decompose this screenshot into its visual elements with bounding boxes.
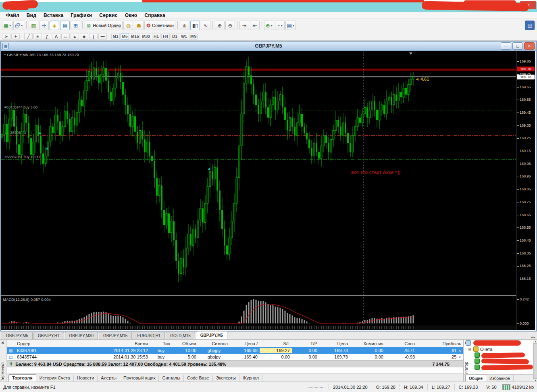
menu-item-5[interactable]: Окно — [121, 13, 141, 18]
navigator-scrollbar[interactable]: ▲▼ — [533, 340, 537, 382]
terminal-tab-6[interactable]: Code Base — [184, 375, 212, 382]
terminal-tab-7[interactable]: Эксперты — [213, 375, 239, 382]
price-chart[interactable]: #63435744 buy 5.00#63367081 sl#63367081 … — [1, 51, 516, 330]
zoom-in-button[interactable]: ⊕ — [215, 21, 225, 30]
templates-button[interactable]: ▤▾ — [285, 21, 296, 30]
timeframe-button-M5[interactable]: M5 — [121, 33, 129, 40]
navigator-accounts-node[interactable]: ⊟ Счета — [464, 346, 533, 352]
metaeditor-button[interactable]: ◍ — [123, 21, 133, 30]
autotrading-button[interactable]: ☗ — [134, 21, 144, 30]
triangle-tool-button[interactable]: ▲ — [71, 33, 79, 40]
channel-tool-button[interactable]: ≡ — [33, 33, 42, 40]
terminal-close-icon[interactable]: ✖ — [1, 341, 4, 345]
close-order-icon[interactable]: ✕ — [458, 349, 461, 353]
new-chart-button[interactable]: ▦▾ — [2, 21, 12, 30]
auto-scroll-button[interactable]: ⇥ — [239, 21, 249, 30]
navigator-root-item[interactable] — [464, 340, 533, 346]
candlestick-chart-button[interactable]: ▮▯ — [190, 21, 200, 30]
orders-header-9[interactable]: Цена — [319, 341, 350, 346]
terminal-button[interactable]: ▤ — [60, 21, 70, 30]
orders-header-12[interactable]: Прибыль — [417, 341, 463, 346]
table-row[interactable]: ▤634357442014.01.30 15:53buy5.00gbpjpy16… — [7, 354, 463, 360]
orders-header-7[interactable]: S/L — [260, 341, 292, 346]
chart-window-titlebar[interactable]: ▦ GBPJPY,M5 — ▢ ✕ — [1, 42, 536, 51]
navigator-account-item[interactable] — [464, 358, 533, 364]
orders-header-11[interactable]: Своп — [385, 341, 417, 346]
ellipse-tool-button[interactable]: ◆ — [80, 33, 88, 40]
timeframe-button-M15[interactable]: M15 — [130, 33, 140, 40]
crosshair-tool-button[interactable]: ＋ — [11, 33, 20, 40]
orders-header-5[interactable]: Символ — [198, 341, 230, 346]
navigator-account-item[interactable] — [464, 352, 533, 358]
line-chart-button[interactable]: ∿ — [201, 21, 210, 30]
cursor-tool-button[interactable]: ➤ — [2, 33, 10, 40]
terminal-tab-5[interactable]: Сигналы — [159, 375, 184, 382]
chart-tab-0[interactable]: GBPJPY,M5 — [2, 332, 33, 339]
navigator-tab-0[interactable]: Общие — [465, 375, 486, 382]
indicators-button[interactable]: ⊕▾ — [264, 21, 274, 30]
chart-tab-4[interactable]: EURUSD,H1 — [133, 332, 165, 339]
navigator-account-item[interactable] — [464, 364, 533, 370]
tab-scroll-arrows[interactable]: ◂ ▸ — [531, 335, 535, 339]
terminal-tab-1[interactable]: История Счета — [36, 375, 74, 382]
timeframe-button-MN[interactable]: MN — [189, 33, 198, 40]
orders-header-3[interactable]: Тип — [150, 341, 172, 346]
market-watch-button[interactable]: ▥ — [29, 21, 38, 30]
menu-item-2[interactable]: Вставка — [40, 13, 67, 18]
orders-header-2[interactable]: Время — [92, 341, 150, 346]
community-icon[interactable]: ▤ — [525, 21, 535, 30]
timeframe-button-H1[interactable]: H1 — [152, 33, 160, 40]
trendline-tool-button[interactable]: ╱ — [24, 33, 33, 40]
chart-tab-2[interactable]: GBPJPY,M30 — [65, 332, 98, 339]
tree-collapse-icon[interactable]: ⊟ — [468, 347, 472, 351]
hline-tool-button[interactable]: — — [98, 33, 107, 40]
timeframe-button-M30[interactable]: M30 — [141, 33, 151, 40]
vline-tool-button[interactable]: | — [89, 33, 98, 40]
data-window-button[interactable]: ✛ — [39, 21, 49, 30]
table-row[interactable]: ▤633670812014.01.29 23:12buy10.00gbpjpy1… — [7, 347, 463, 354]
menu-item-1[interactable]: Вид — [23, 13, 40, 18]
orders-table-header[interactable]: ОрдерВремяТипОбъемСимволЦена /S/LT/PЦена… — [7, 340, 463, 347]
new-order-button[interactable]: 🗎Новый Ордер — [85, 21, 123, 30]
text-tool-button[interactable]: A — [52, 33, 60, 40]
chart-restore-button[interactable]: ▢ — [512, 42, 523, 50]
zoom-out-button[interactable]: ⊖ — [225, 21, 235, 30]
bar-chart-button[interactable]: ılı — [180, 21, 189, 30]
fibonacci-tool-button[interactable]: ƒ — [43, 33, 51, 40]
timeframe-button-H4[interactable]: H4 — [161, 33, 170, 40]
menu-item-0[interactable]: Файл — [2, 13, 23, 18]
chart-tab-5[interactable]: GOLD,M15 — [166, 332, 195, 339]
menu-item-4[interactable]: Сервис — [96, 13, 121, 18]
close-order-icon[interactable]: ✕ — [458, 355, 461, 359]
terminal-tab-8[interactable]: Журнал — [239, 375, 262, 382]
price-axis[interactable]: 169.85169.75169.65169.55169.45169.35169.… — [516, 51, 535, 330]
price-tick: 169.65 — [517, 85, 531, 89]
profiles-button[interactable]: 🗗▾ — [13, 21, 24, 30]
chart-tab-1[interactable]: GBPJPY,H1 — [33, 332, 64, 339]
chart-minimize-button[interactable]: — — [501, 42, 511, 50]
menu-item-3[interactable]: Графики — [67, 13, 96, 18]
navigator-button[interactable]: ◈ — [50, 21, 59, 30]
chart-close-button[interactable]: ✕ — [524, 42, 535, 50]
terminal-tab-3[interactable]: Алерты — [98, 375, 120, 382]
menu-item-6[interactable]: Справка — [141, 13, 169, 18]
orders-header-6[interactable]: Цена / — [230, 341, 260, 346]
terminal-tab-4[interactable]: Почтовый ящик — [120, 375, 159, 382]
advisors-button[interactable]: ☸Советники — [144, 21, 175, 30]
navigator-tab-1[interactable]: Избранное — [486, 375, 514, 382]
timeframe-button-W1[interactable]: W1 — [180, 33, 188, 40]
chart-tab-3[interactable]: GBPJPY,M15 — [99, 332, 132, 339]
strategy-tester-button[interactable]: ⊞ — [71, 21, 80, 30]
chart-tab-6[interactable]: GBPJPY,M5 — [196, 331, 227, 339]
periods-button[interactable]: ◔▾ — [275, 21, 285, 30]
terminal-tab-2[interactable]: Новости — [74, 375, 98, 382]
orders-header-8[interactable]: T/P — [292, 341, 319, 346]
timeframe-button-M1[interactable]: M1 — [111, 33, 120, 40]
orders-header-1[interactable]: Ордер — [15, 341, 92, 346]
terminal-tab-0[interactable]: Торговля — [8, 374, 36, 382]
rectangle-tool-button[interactable]: ▭ — [61, 33, 70, 40]
chart-shift-button[interactable]: ⇤ — [250, 21, 260, 30]
timeframe-button-D1[interactable]: D1 — [171, 33, 179, 40]
orders-header-4[interactable]: Объем — [172, 341, 198, 346]
orders-header-10[interactable]: Комиссия — [350, 341, 385, 346]
